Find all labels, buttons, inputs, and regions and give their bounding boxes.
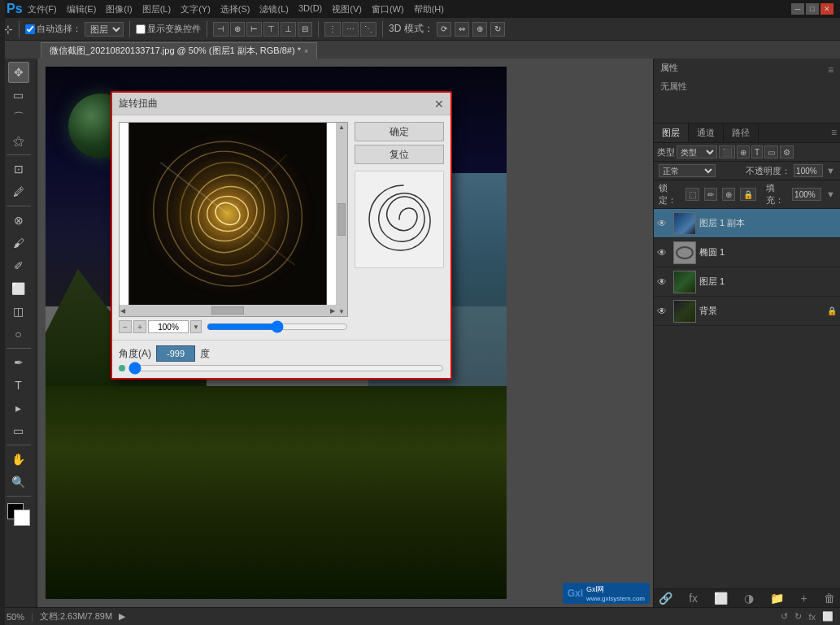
history-back-btn[interactable]: ↺: [781, 611, 788, 622]
3d-roll-btn[interactable]: ↻: [490, 22, 505, 37]
menu-view[interactable]: 视图(V): [332, 3, 362, 15]
layer-visibility-eye[interactable]: 👁: [657, 247, 670, 258]
channels-tab[interactable]: 通道: [689, 124, 724, 142]
lock-position-btn[interactable]: ⊕: [722, 188, 735, 201]
scroll-right-arrow[interactable]: ▶: [329, 306, 336, 315]
hand-tool[interactable]: ✋: [8, 449, 29, 470]
menu-window[interactable]: 窗口(W): [372, 3, 404, 15]
confirm-button[interactable]: 确定: [355, 122, 444, 141]
opacity-arrow[interactable]: ▼: [826, 166, 835, 176]
layers-menu-icon[interactable]: ≡: [828, 124, 840, 142]
layer-link-btn[interactable]: 🔗: [659, 592, 672, 605]
move-tool[interactable]: ✥: [8, 62, 29, 83]
3d-zoom-btn[interactable]: ⊕: [472, 22, 487, 37]
type-filter-select[interactable]: 类型: [677, 145, 717, 158]
adjustment-filter-btn[interactable]: ⊕: [737, 145, 750, 158]
background-color[interactable]: [14, 510, 30, 526]
shape-tool[interactable]: ▭: [8, 420, 29, 441]
zoom-out-btn[interactable]: −: [119, 320, 132, 333]
adjustment-layer-btn[interactable]: ◑: [744, 592, 754, 605]
layer-visibility-eye[interactable]: 👁: [657, 306, 670, 317]
layer-mask-btn[interactable]: ⬜: [714, 592, 728, 605]
lock-transparent-btn[interactable]: ⬚: [685, 188, 699, 201]
brush-tool[interactable]: 🖌: [8, 232, 29, 254]
align-center-btn[interactable]: ⊕: [230, 22, 245, 37]
pixel-filter-btn[interactable]: ⬛: [719, 145, 735, 158]
scroll-left-arrow[interactable]: ◀: [120, 306, 126, 315]
blend-mode-select[interactable]: 正常: [659, 164, 716, 177]
layer-effect-btn[interactable]: fx: [689, 592, 698, 605]
scroll-up-arrow[interactable]: ▲: [337, 123, 346, 132]
zoom-slider[interactable]: [207, 323, 348, 330]
document-tab[interactable]: 微信截图_20210820133717.jpg @ 50% (图层1 副本, R…: [41, 42, 317, 59]
dodge-tool[interactable]: ○: [8, 323, 29, 345]
angle-input[interactable]: [156, 345, 195, 362]
menu-layer[interactable]: 图层(L): [142, 3, 171, 15]
menu-text[interactable]: 文字(Y): [181, 3, 211, 15]
distribute-btn3[interactable]: ⋱: [360, 22, 376, 37]
fill-arrow[interactable]: ▼: [826, 189, 835, 199]
layer-visibility-eye[interactable]: 👁: [657, 218, 670, 229]
scroll-vthumb[interactable]: [337, 203, 346, 236]
paths-tab[interactable]: 路径: [724, 124, 759, 142]
distribute-btn2[interactable]: ⋯: [342, 22, 359, 37]
marquee-tool[interactable]: ▭: [8, 85, 29, 106]
zoom-dropdown[interactable]: ▼: [190, 320, 202, 333]
scroll-down-arrow[interactable]: ▼: [337, 307, 346, 316]
heal-tool[interactable]: ⊗: [8, 210, 29, 231]
gradient-tool[interactable]: ◫: [8, 301, 29, 322]
pen-tool[interactable]: ✒: [8, 352, 29, 373]
menu-filter[interactable]: 滤镜(L): [259, 3, 288, 15]
close-button[interactable]: ✕: [820, 3, 833, 15]
new-layer-btn[interactable]: +: [801, 592, 807, 605]
panel-resize-handle[interactable]: [0, 0, 5, 625]
align-bottom-btn[interactable]: ⊟: [298, 22, 312, 37]
tab-close-button[interactable]: ×: [304, 47, 308, 55]
group-layers-btn[interactable]: 📁: [770, 592, 784, 605]
menu-edit[interactable]: 编辑(E): [67, 3, 97, 15]
status-arrow[interactable]: ▶: [119, 611, 125, 622]
distribute-btn1[interactable]: ⋮: [324, 22, 341, 37]
menu-select[interactable]: 选择(S): [220, 3, 250, 15]
crop-tool[interactable]: ⊡: [8, 158, 29, 180]
layer-item[interactable]: 👁 背景 🔒: [654, 297, 840, 326]
preview-hscrollbar[interactable]: ◀ ▶: [120, 305, 336, 316]
menu-3d[interactable]: 3D(D): [298, 3, 322, 15]
layer-item[interactable]: 👁 图层 1: [654, 267, 840, 297]
clone-tool[interactable]: ✐: [8, 255, 29, 276]
zoom-input[interactable]: [148, 320, 189, 333]
3d-pan-btn[interactable]: ⇔: [455, 22, 469, 37]
eraser-tool[interactable]: ⬜: [8, 278, 29, 299]
align-top-btn[interactable]: ⊤: [263, 22, 279, 37]
fill-input[interactable]: [792, 188, 821, 201]
magic-wand-tool[interactable]: ⚝: [8, 130, 29, 151]
align-left-btn[interactable]: ⊣: [213, 22, 228, 37]
opacity-input[interactable]: [794, 164, 823, 177]
path-select-tool[interactable]: ▸: [8, 397, 29, 419]
layer-select[interactable]: 图层: [85, 22, 124, 37]
layer-item[interactable]: 👁 图层 1 副本: [654, 209, 840, 238]
scroll-hthumb[interactable]: [211, 306, 244, 315]
menu-file[interactable]: 文件(F): [28, 3, 57, 15]
layer-item[interactable]: 👁 椭圆 1: [654, 238, 840, 267]
shape-filter-btn[interactable]: ▭: [764, 145, 778, 158]
smart-filter-btn[interactable]: ⚙: [780, 145, 794, 158]
lock-all-btn[interactable]: 🔒: [740, 188, 756, 201]
align-middle-btn[interactable]: ⊥: [281, 22, 296, 37]
text-filter-btn[interactable]: T: [751, 145, 763, 158]
properties-menu-icon[interactable]: ≡: [828, 64, 833, 76]
transform-checkbox[interactable]: [136, 24, 146, 34]
menu-help[interactable]: 帮助(H): [414, 3, 444, 15]
layer-visibility-eye[interactable]: 👁: [657, 276, 670, 288]
3d-rotate-btn[interactable]: ⟳: [437, 22, 451, 37]
minimize-button[interactable]: ─: [791, 3, 804, 15]
menu-image[interactable]: 图像(I): [106, 3, 132, 15]
preview-canvas[interactable]: ▲ ▼ ◀ ▶: [119, 122, 348, 317]
history-forward-btn[interactable]: ↻: [794, 611, 802, 622]
auto-select-checkbox[interactable]: [25, 24, 35, 34]
dialog-close-button[interactable]: ✕: [434, 98, 444, 110]
delete-layer-btn[interactable]: 🗑: [824, 592, 835, 605]
maximize-button[interactable]: □: [806, 3, 819, 15]
zoom-in-btn[interactable]: +: [133, 320, 146, 333]
preview-vscrollbar[interactable]: ▲ ▼: [336, 123, 347, 316]
